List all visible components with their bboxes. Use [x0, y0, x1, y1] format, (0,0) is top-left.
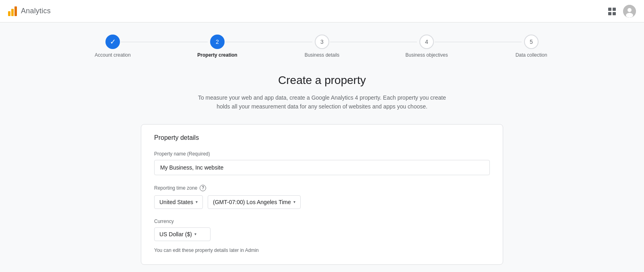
main-content: ✓ Account creation 2 Property creation 3… — [0, 22, 644, 272]
grid-dot — [613, 8, 616, 11]
step-label-1: Account creation — [95, 52, 130, 58]
currency-caret-icon: ▾ — [194, 232, 196, 236]
step-circle-1: ✓ — [105, 35, 120, 49]
step-circle-2: 2 — [210, 35, 225, 49]
analytics-logo — [8, 6, 17, 16]
step-label-4: Business objectives — [405, 52, 448, 58]
timezone-caret-icon: ▾ — [293, 200, 295, 204]
timezone-value: (GMT-07:00) Los Angeles Time — [213, 199, 291, 205]
country-caret-icon: ▾ — [196, 200, 198, 204]
svg-point-2 — [626, 13, 633, 18]
currency-label: Currency — [154, 219, 490, 224]
logo-bar-1 — [8, 11, 10, 16]
timezone-label-row: Reporting time zone ? — [154, 185, 490, 191]
grid-dot — [608, 12, 611, 15]
step-item-4: 4 Business objectives — [374, 35, 479, 58]
currency-field: Currency US Dollar ($) ▾ — [154, 219, 490, 241]
step-number-4: 4 — [425, 39, 428, 45]
country-value: United States — [159, 199, 193, 205]
property-name-label: Property name (Required) — [154, 151, 490, 157]
step-item-3: 3 Business details — [270, 35, 374, 58]
user-avatar[interactable] — [623, 5, 636, 18]
help-icon[interactable]: ? — [200, 185, 206, 191]
header-right — [607, 5, 636, 18]
google-apps-button[interactable] — [607, 6, 617, 16]
page-title: Create a property — [141, 74, 503, 87]
country-select[interactable]: United States ▾ — [154, 195, 203, 209]
currency-select[interactable]: US Dollar ($) ▾ — [154, 227, 211, 241]
step-number-5: 5 — [530, 39, 533, 45]
timezone-selects: United States ▾ (GMT-07:00) Los Angeles … — [154, 195, 490, 209]
page-content: Create a property To measure your web an… — [141, 74, 503, 272]
timezone-label: Reporting time zone — [154, 185, 197, 191]
currency-value: US Dollar ($) — [159, 231, 192, 237]
app-title: Analytics — [21, 7, 51, 15]
admin-note: You can edit these property details late… — [154, 247, 490, 253]
step-circle-3: 3 — [315, 35, 329, 49]
property-details-card: Property details Property name (Required… — [141, 124, 503, 265]
grid-dot — [608, 8, 611, 11]
checkmark-icon: ✓ — [110, 37, 116, 46]
step-circle-5: 5 — [524, 35, 539, 49]
logo-bar-2 — [11, 9, 14, 16]
header-left: Analytics — [8, 6, 51, 16]
step-item-1: ✓ Account creation — [60, 35, 165, 58]
step-label-3: Business details — [305, 52, 340, 58]
stepper: ✓ Account creation 2 Property creation 3… — [8, 35, 636, 58]
step-label-5: Data collection — [516, 52, 547, 58]
property-name-input[interactable] — [154, 160, 490, 175]
step-label-2: Property creation — [197, 52, 237, 58]
step-number-2: 2 — [216, 39, 219, 45]
step-item-2: 2 Property creation — [165, 35, 270, 58]
step-item-5: 5 Data collection — [479, 35, 584, 58]
grid-dot — [613, 12, 616, 15]
timezone-select[interactable]: (GMT-07:00) Los Angeles Time ▾ — [208, 195, 301, 209]
card-title: Property details — [154, 134, 490, 141]
step-circle-4: 4 — [419, 35, 434, 49]
svg-point-1 — [627, 8, 632, 12]
header: Analytics — [0, 0, 644, 22]
help-icon-text: ? — [202, 186, 204, 190]
logo-bar-3 — [14, 6, 17, 16]
timezone-field: Reporting time zone ? United States ▾ (G… — [154, 185, 490, 209]
property-name-field: Property name (Required) — [154, 151, 490, 175]
step-number-3: 3 — [320, 39, 324, 45]
page-subtitle: To measure your web and app data, create… — [197, 93, 447, 111]
